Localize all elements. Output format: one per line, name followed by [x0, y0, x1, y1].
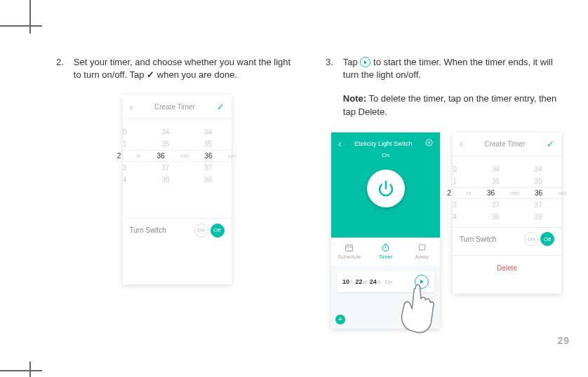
gear-icon[interactable]: [425, 139, 433, 148]
toggle-off[interactable]: Off: [211, 224, 225, 238]
back-icon[interactable]: ‹: [130, 102, 133, 113]
svg-rect-2: [346, 245, 353, 251]
phone-header: ‹ Create Timer ✓: [123, 95, 232, 119]
add-button[interactable]: +: [335, 315, 345, 324]
bottom-tabs: Schedule Timer Away: [331, 238, 440, 266]
timer-entry[interactable]: 10h 22M 24S On: [337, 271, 434, 292]
step-text: Tap to start the timer. When the timer e…: [343, 56, 567, 118]
phone-device: ‹ Etekcity Light Switch On Schedule: [331, 132, 440, 329]
toggle-off[interactable]: Off: [540, 232, 554, 246]
step-number: 3.: [326, 56, 333, 118]
turn-switch-label: Turn Switch: [460, 235, 496, 243]
confirm-icon[interactable]: ✓: [217, 102, 225, 112]
turn-switch-row: Turn Switch On Off: [453, 227, 561, 251]
phone-create-timer-delete: ‹ Create Timer ✓ 03434 13535 2hr36min36s…: [453, 132, 561, 294]
tab-timer[interactable]: Timer: [368, 238, 404, 266]
step-number: 2.: [56, 56, 64, 81]
tab-schedule[interactable]: Schedule: [331, 238, 368, 266]
svg-point-0: [428, 142, 430, 144]
play-icon: [360, 57, 370, 67]
time-picker[interactable]: 03434 13535 2hr36min36sec 33737 43838: [123, 119, 232, 190]
page-number: 29: [557, 335, 570, 346]
phone-create-timer: ‹ Create Timer ✓ 03434 13535 2hr36min36s…: [123, 95, 232, 285]
phone-title: Create Timer: [154, 103, 195, 111]
phone-header: ‹ Create Timer ✓: [453, 132, 561, 156]
phone-title: Create Timer: [484, 140, 525, 148]
device-title: Etekcity Light Switch: [354, 140, 413, 147]
play-button[interactable]: [415, 275, 429, 289]
confirm-icon[interactable]: ✓: [547, 139, 554, 149]
note: Note: To delete the timer, tap on the ti…: [343, 92, 567, 118]
time-picker[interactable]: 03434 13535 2hr36min36sec 33737 43838: [453, 156, 561, 227]
turn-switch-label: Turn Switch: [130, 226, 166, 234]
step-text: Set your timer, and choose whether you w…: [74, 56, 298, 81]
device-status: On: [331, 152, 440, 158]
delete-button[interactable]: Delete: [453, 255, 561, 280]
back-icon[interactable]: ‹: [338, 138, 342, 149]
step-2: 2. Set your timer, and choose whether yo…: [56, 56, 298, 81]
tab-away[interactable]: Away: [403, 238, 440, 266]
toggle-on[interactable]: On: [194, 224, 208, 238]
back-icon[interactable]: ‹: [460, 138, 463, 149]
turn-switch-row: Turn Switch On Off: [123, 218, 232, 242]
step-3: 3. Tap to start the timer. When the time…: [326, 56, 567, 118]
svg-point-6: [382, 245, 389, 251]
toggle-on[interactable]: On: [524, 232, 538, 246]
power-button[interactable]: [367, 170, 405, 207]
